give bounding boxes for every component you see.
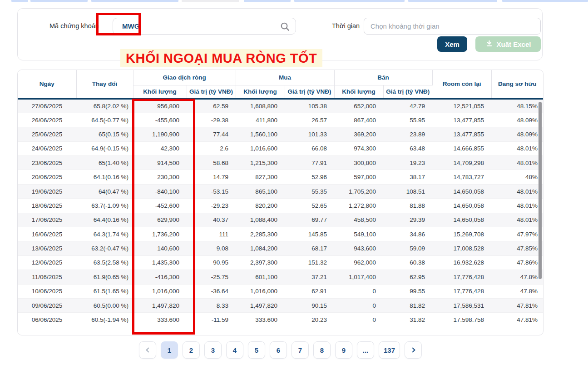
cell-buy-volume: 1,560,100 [236,127,285,141]
column-header-change: Thay đổi [76,70,133,99]
tab-remnant [30,0,88,2]
table-body: 27/06/202565.8(2.02 %)956,80062.591,608,… [18,99,543,327]
tab-remnant [182,0,239,2]
cell-room-remaining: 14,666,855 [432,141,491,155]
cell-date: 18/06/2025 [18,199,76,213]
page-button-5[interactable]: 5 [248,341,265,359]
view-button[interactable]: Xem [437,36,467,52]
cell-sell-volume: 0 [334,284,383,298]
column-header-sell-volume: Khối lượng [334,85,383,99]
cell-sell-value: 31.82 [383,313,432,327]
cell-change: 63.5(2.58 %) [76,255,133,270]
view-button-label: Xem [445,40,460,48]
cell-change: 64.5(-0.77 %) [76,113,133,127]
page-button-6[interactable]: 6 [270,341,287,359]
cell-date: 23/06/2025 [18,156,76,170]
page-button-8[interactable]: 8 [313,341,331,359]
cell-buy-volume: 1,215,300 [236,156,285,170]
pagination-prev-button[interactable] [139,341,156,359]
cell-buy-value: 151.32 [285,255,334,270]
page-button-4[interactable]: 4 [226,341,243,359]
column-header-sell-value: Giá trị (tỷ VNĐ) [383,85,432,99]
cell-sell-value: 81.88 [383,199,432,213]
chevron-right-icon [410,347,415,352]
cell-owned-percent: 47.97% [491,227,543,241]
table-row: 27/06/202565.8(2.02 %)956,80062.591,608,… [18,99,543,113]
tab-remnant [502,0,588,2]
table-row: 18/06/202563.7(-1.09 %)-452,600-29.23820… [18,199,543,213]
table-row: 24/06/202564.9(-0.15 %)42,3002.61,016,60… [18,141,543,155]
cell-room-remaining: 15,269,708 [432,227,491,241]
cell-change: 64.4(0.16 %) [76,213,133,227]
table-row: 19/06/202564(0.47 %)-840,100-53.15865,10… [18,184,543,198]
table-row: 12/06/202563.5(2.58 %)1,435,30090.952,39… [18,255,543,270]
tab-remnant [11,0,28,2]
time-label: Thời gian [332,22,360,30]
cell-date: 19/06/2025 [18,184,76,198]
cell-buy-value: 68.17 [285,241,334,255]
table-row: 16/06/202564.3(1.74 %)1,736,2001112,285,… [18,227,543,241]
cell-change: 64.9(-0.15 %) [76,141,133,155]
cell-sell-volume: 1,017,400 [334,270,383,284]
cell-buy-volume: 1,016,600 [236,141,285,155]
page-button-137[interactable]: 137 [379,341,400,359]
cell-change: 63.2(-0.47 %) [76,241,133,255]
cell-change: 65(0.15 %) [76,127,133,141]
cell-room-remaining: 14,709,298 [432,156,491,170]
cell-sell-value: 29.39 [383,213,432,227]
column-header-owned: Đang sở hữu [491,70,543,99]
annotation-box-stock-code [96,13,141,35]
cell-buy-volume: 820,200 [236,199,285,213]
page-button-9[interactable]: 9 [335,341,352,359]
cell-buy-value: 90.15 [285,298,334,312]
cell-sell-volume: 0 [334,298,383,312]
page-button-1[interactable]: 1 [161,341,178,359]
cell-change: 65(1.40 %) [76,156,133,170]
scrollbar-thumb[interactable] [539,102,542,279]
cell-owned-percent: 48.09% [491,127,543,141]
cell-sell-value: 23.89 [383,127,432,141]
cell-buy-value: 101.33 [285,127,334,141]
table-row: 23/06/202565(1.40 %)914,50058.681,215,30… [18,156,543,170]
page-button-3[interactable]: 3 [204,341,222,359]
annotation-highlight: KHỐI NGOẠI MUA RÒNG TỐT [120,49,322,67]
cell-owned-percent: 47.8% [491,284,543,298]
table-card: Ngày Thay đổi Giao dịch ròng Mua Bán Roo… [17,70,544,335]
cell-buy-volume: 1,016,000 [236,284,285,298]
time-range-input[interactable]: Chọn khoảng thời gian [364,18,541,35]
pagination-next-button[interactable] [405,341,422,359]
cell-sell-value: 59.09 [383,241,432,255]
cell-change: 64.1(0.16 %) [76,170,133,184]
cell-buy-value: 26.57 [285,113,334,127]
cell-date: 16/06/2025 [18,227,76,241]
cell-buy-value: 66.08 [285,141,334,155]
column-group-sell: Bán [334,70,432,85]
foreign-trading-page: Mã chứng khoán MWG Thời gian Chọn khoảng… [0,0,588,375]
cell-room-remaining: 14,650,058 [432,184,491,198]
cell-date: 27/06/2025 [18,99,76,113]
column-header-buy-value: Giá trị (tỷ VNĐ) [285,85,334,99]
table-scrollbar[interactable] [539,101,542,335]
cell-date: 20/06/2025 [18,170,76,184]
page-button-2[interactable]: 2 [183,341,200,359]
cell-owned-percent: 48.01% [491,199,543,213]
cell-sell-volume: 0 [334,313,383,327]
cell-room-remaining: 16,932,628 [432,255,491,270]
export-excel-button[interactable]: Xuất Excel [475,36,541,52]
page-button-7[interactable]: 7 [292,341,309,359]
table-row: 26/06/202564.5(-0.77 %)-455,600-29.38411… [18,113,543,127]
cell-sell-volume: 652,000 [334,99,383,113]
cell-owned-percent: 48.09% [491,113,543,127]
cell-room-remaining: 14,650,058 [432,213,491,227]
cell-change: 64.3(1.74 %) [76,227,133,241]
cell-buy-volume: 1,608,800 [236,99,285,113]
cell-change: 61.5(1.65 %) [76,284,133,298]
table-row: 10/06/202561.5(1.65 %)1,016,000-36.641,0… [18,284,543,298]
cell-owned-percent: 48.15% [491,99,543,113]
search-icon[interactable] [280,21,290,34]
pagination-ellipsis[interactable]: ... [357,341,374,359]
foreign-trading-table: Ngày Thay đổi Giao dịch ròng Mua Bán Roo… [18,70,543,327]
cell-change: 61.9(0.65 %) [76,270,133,284]
pagination: 123456789...137 [139,341,422,359]
cell-sell-volume: 458,500 [334,213,383,227]
